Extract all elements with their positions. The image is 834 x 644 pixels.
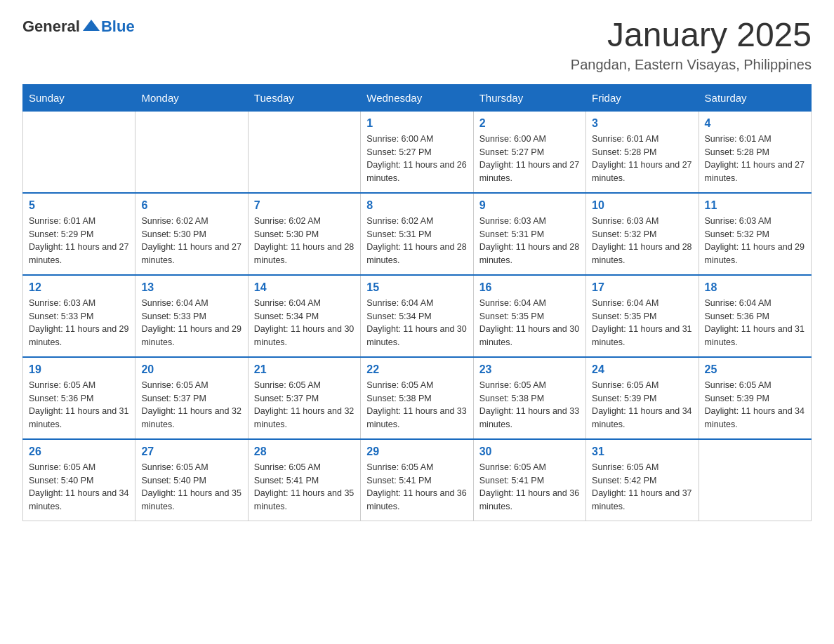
day-info: Sunrise: 6:05 AM Sunset: 5:39 PM Dayligh… <box>592 379 692 431</box>
day-info: Sunrise: 6:05 AM Sunset: 5:40 PM Dayligh… <box>29 461 129 514</box>
day-info: Sunrise: 6:05 AM Sunset: 5:42 PM Dayligh… <box>592 461 692 514</box>
calendar-cell: 2Sunrise: 6:00 AM Sunset: 5:27 PM Daylig… <box>473 111 585 193</box>
day-number: 7 <box>254 199 355 212</box>
calendar-cell <box>23 111 135 193</box>
day-number: 27 <box>141 445 241 458</box>
day-info: Sunrise: 6:00 AM Sunset: 5:27 PM Dayligh… <box>366 133 467 185</box>
calendar-cell: 27Sunrise: 6:05 AM Sunset: 5:40 PM Dayli… <box>135 439 248 521</box>
day-number: 13 <box>141 281 241 294</box>
header-saturday: Saturday <box>699 84 811 111</box>
calendar-week-row: 5Sunrise: 6:01 AM Sunset: 5:29 PM Daylig… <box>23 193 812 275</box>
calendar-cell: 17Sunrise: 6:04 AM Sunset: 5:35 PM Dayli… <box>586 275 699 357</box>
calendar-week-row: 1Sunrise: 6:00 AM Sunset: 5:27 PM Daylig… <box>23 111 812 193</box>
calendar-header-row: Sunday Monday Tuesday Wednesday Thursday… <box>23 84 812 111</box>
header-thursday: Thursday <box>473 84 585 111</box>
day-number: 1 <box>366 117 467 130</box>
day-info: Sunrise: 6:04 AM Sunset: 5:35 PM Dayligh… <box>592 297 692 349</box>
day-number: 24 <box>592 363 692 376</box>
logo: General Blue <box>22 17 135 36</box>
day-number: 31 <box>592 445 692 458</box>
calendar-cell: 3Sunrise: 6:01 AM Sunset: 5:28 PM Daylig… <box>586 111 699 193</box>
calendar-cell: 30Sunrise: 6:05 AM Sunset: 5:41 PM Dayli… <box>473 439 585 521</box>
day-info: Sunrise: 6:05 AM Sunset: 5:41 PM Dayligh… <box>479 461 580 514</box>
day-number: 23 <box>479 363 580 376</box>
calendar-table: Sunday Monday Tuesday Wednesday Thursday… <box>22 84 812 521</box>
day-info: Sunrise: 6:01 AM Sunset: 5:28 PM Dayligh… <box>592 133 692 185</box>
calendar-cell: 22Sunrise: 6:05 AM Sunset: 5:38 PM Dayli… <box>361 357 473 439</box>
day-number: 4 <box>705 117 805 130</box>
calendar-cell: 15Sunrise: 6:04 AM Sunset: 5:34 PM Dayli… <box>361 275 473 357</box>
day-number: 21 <box>254 363 355 376</box>
calendar-week-row: 26Sunrise: 6:05 AM Sunset: 5:40 PM Dayli… <box>23 439 812 521</box>
day-info: Sunrise: 6:05 AM Sunset: 5:41 PM Dayligh… <box>366 461 467 514</box>
day-number: 10 <box>592 199 692 212</box>
day-info: Sunrise: 6:04 AM Sunset: 5:34 PM Dayligh… <box>366 297 467 349</box>
day-number: 14 <box>254 281 355 294</box>
day-number: 8 <box>366 199 467 212</box>
calendar-cell: 19Sunrise: 6:05 AM Sunset: 5:36 PM Dayli… <box>23 357 135 439</box>
day-info: Sunrise: 6:05 AM Sunset: 5:37 PM Dayligh… <box>141 379 241 431</box>
calendar-cell: 8Sunrise: 6:02 AM Sunset: 5:31 PM Daylig… <box>361 193 473 275</box>
calendar-cell: 18Sunrise: 6:04 AM Sunset: 5:36 PM Dayli… <box>699 275 811 357</box>
calendar-cell: 16Sunrise: 6:04 AM Sunset: 5:35 PM Dayli… <box>473 275 585 357</box>
day-info: Sunrise: 6:02 AM Sunset: 5:31 PM Dayligh… <box>366 215 467 267</box>
calendar-cell: 28Sunrise: 6:05 AM Sunset: 5:41 PM Dayli… <box>248 439 360 521</box>
calendar-cell: 20Sunrise: 6:05 AM Sunset: 5:37 PM Dayli… <box>135 357 248 439</box>
day-number: 12 <box>29 281 129 294</box>
day-info: Sunrise: 6:03 AM Sunset: 5:31 PM Dayligh… <box>479 215 580 267</box>
calendar-cell: 14Sunrise: 6:04 AM Sunset: 5:34 PM Dayli… <box>248 275 360 357</box>
day-number: 16 <box>479 281 580 294</box>
day-info: Sunrise: 6:04 AM Sunset: 5:33 PM Dayligh… <box>141 297 241 349</box>
calendar-cell: 1Sunrise: 6:00 AM Sunset: 5:27 PM Daylig… <box>361 111 473 193</box>
location-title: Pangdan, Eastern Visayas, Philippines <box>571 57 812 73</box>
day-info: Sunrise: 6:05 AM Sunset: 5:41 PM Dayligh… <box>254 461 355 514</box>
calendar-week-row: 19Sunrise: 6:05 AM Sunset: 5:36 PM Dayli… <box>23 357 812 439</box>
day-info: Sunrise: 6:05 AM Sunset: 5:36 PM Dayligh… <box>29 379 129 431</box>
calendar-cell <box>699 439 811 521</box>
day-info: Sunrise: 6:00 AM Sunset: 5:27 PM Dayligh… <box>479 133 580 185</box>
calendar-cell: 13Sunrise: 6:04 AM Sunset: 5:33 PM Dayli… <box>135 275 248 357</box>
day-info: Sunrise: 6:04 AM Sunset: 5:34 PM Dayligh… <box>254 297 355 349</box>
page-header: General Blue January 2025 Pangdan, Easte… <box>22 17 812 73</box>
calendar-cell: 31Sunrise: 6:05 AM Sunset: 5:42 PM Dayli… <box>586 439 699 521</box>
day-number: 20 <box>141 363 241 376</box>
day-number: 22 <box>366 363 467 376</box>
calendar-cell: 21Sunrise: 6:05 AM Sunset: 5:37 PM Dayli… <box>248 357 360 439</box>
day-number: 26 <box>29 445 129 458</box>
calendar-cell: 29Sunrise: 6:05 AM Sunset: 5:41 PM Dayli… <box>361 439 473 521</box>
day-number: 6 <box>141 199 241 212</box>
day-info: Sunrise: 6:03 AM Sunset: 5:32 PM Dayligh… <box>705 215 805 267</box>
calendar-cell: 25Sunrise: 6:05 AM Sunset: 5:39 PM Dayli… <box>699 357 811 439</box>
calendar-cell: 24Sunrise: 6:05 AM Sunset: 5:39 PM Dayli… <box>586 357 699 439</box>
day-number: 11 <box>705 199 805 212</box>
day-number: 18 <box>705 281 805 294</box>
day-info: Sunrise: 6:03 AM Sunset: 5:32 PM Dayligh… <box>592 215 692 267</box>
day-info: Sunrise: 6:02 AM Sunset: 5:30 PM Dayligh… <box>254 215 355 267</box>
day-info: Sunrise: 6:05 AM Sunset: 5:40 PM Dayligh… <box>141 461 241 514</box>
calendar-cell: 23Sunrise: 6:05 AM Sunset: 5:38 PM Dayli… <box>473 357 585 439</box>
day-info: Sunrise: 6:04 AM Sunset: 5:36 PM Dayligh… <box>705 297 805 349</box>
day-info: Sunrise: 6:05 AM Sunset: 5:37 PM Dayligh… <box>254 379 355 431</box>
day-number: 19 <box>29 363 129 376</box>
day-number: 5 <box>29 199 129 212</box>
day-number: 25 <box>705 363 805 376</box>
calendar-cell: 10Sunrise: 6:03 AM Sunset: 5:32 PM Dayli… <box>586 193 699 275</box>
header-wednesday: Wednesday <box>361 84 473 111</box>
logo-icon <box>81 17 101 36</box>
header-monday: Monday <box>135 84 248 111</box>
calendar-cell: 26Sunrise: 6:05 AM Sunset: 5:40 PM Dayli… <box>23 439 135 521</box>
day-number: 28 <box>254 445 355 458</box>
month-title: January 2025 <box>571 17 812 54</box>
calendar-cell: 11Sunrise: 6:03 AM Sunset: 5:32 PM Dayli… <box>699 193 811 275</box>
day-info: Sunrise: 6:05 AM Sunset: 5:38 PM Dayligh… <box>366 379 467 431</box>
calendar-cell: 4Sunrise: 6:01 AM Sunset: 5:28 PM Daylig… <box>699 111 811 193</box>
day-info: Sunrise: 6:01 AM Sunset: 5:28 PM Dayligh… <box>705 133 805 185</box>
calendar-cell: 12Sunrise: 6:03 AM Sunset: 5:33 PM Dayli… <box>23 275 135 357</box>
day-number: 29 <box>366 445 467 458</box>
day-number: 3 <box>592 117 692 130</box>
logo-blue: Blue <box>101 18 135 36</box>
logo-general: General <box>22 18 80 36</box>
day-info: Sunrise: 6:05 AM Sunset: 5:38 PM Dayligh… <box>479 379 580 431</box>
title-block: January 2025 Pangdan, Eastern Visayas, P… <box>571 17 812 73</box>
day-info: Sunrise: 6:03 AM Sunset: 5:33 PM Dayligh… <box>29 297 129 349</box>
